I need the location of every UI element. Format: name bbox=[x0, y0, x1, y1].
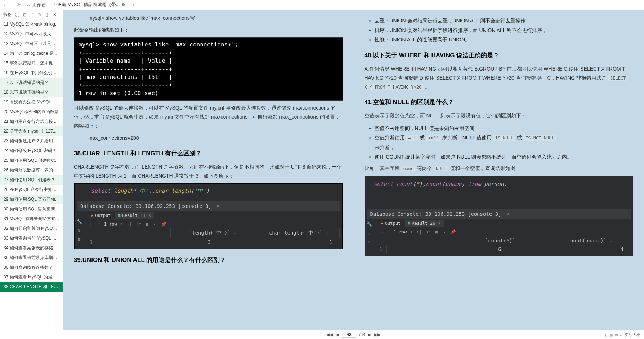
expand-icon[interactable]: ⛶ bbox=[15, 12, 19, 17]
grid-icon: ⊞ bbox=[118, 213, 121, 218]
db-console-2: select count(*),count(uname) from person… bbox=[365, 176, 634, 256]
close-icon[interactable]: ✕ bbox=[53, 12, 57, 17]
wrench-icon[interactable]: 🔧 bbox=[366, 221, 372, 227]
sidebar-toolbar: 书签 ⛶ ⊟ ⚐ ✎ 🗑 ✕ bbox=[0, 10, 63, 19]
sidebar-item[interactable]: 37.如何查看 MySQL 的最大... bbox=[0, 272, 63, 282]
page-input[interactable] bbox=[342, 332, 356, 338]
view-double-icon[interactable]: ▯▯ bbox=[609, 333, 613, 337]
close-console-icon[interactable]: × bbox=[506, 211, 509, 217]
code-isnull: IS NULL bbox=[493, 135, 516, 141]
sidebar-item[interactable]: 29.如何使用 SQL 查看已知... bbox=[0, 195, 63, 204]
stop-icon[interactable]: ■ bbox=[435, 229, 438, 235]
sidebar-item[interactable]: 28.在 MySQL 命令行中如何... bbox=[0, 185, 63, 195]
sidebar-item[interactable]: 11.MySQL 怎么知道 binlog... bbox=[0, 19, 63, 29]
bullet-list-41: 空值不占用空间，NULL 值是未知的占用空间； 空值判断使用 ='' 或 <>'… bbox=[365, 124, 634, 162]
close-console-icon[interactable]: × bbox=[216, 203, 219, 209]
page-first-icon[interactable]: ◀◀ bbox=[326, 332, 333, 337]
sidebar-item[interactable]: 27.如何使用 SQL 创建表？ bbox=[0, 175, 63, 185]
rows-count: 1 row bbox=[104, 222, 117, 227]
sidebar-item[interactable]: 30.如何使用 SQL 语句更新... bbox=[0, 204, 63, 214]
sidebar-item[interactable]: 16.在 MySQL 中用什么机制... bbox=[0, 68, 63, 78]
sidebar-item[interactable]: 26.如何修改数据库、表的编... bbox=[0, 165, 63, 175]
view-book-icon[interactable]: ▭ bbox=[614, 333, 618, 337]
flag-icon[interactable]: ⚐ bbox=[30, 12, 34, 17]
sidebar-item[interactable]: 31.MySQL 有哪些删除方式... bbox=[0, 214, 63, 224]
sidebar-item[interactable]: 19.有没有办法把 MySQL 的... bbox=[0, 97, 63, 107]
view-single-icon[interactable]: ▯ bbox=[605, 333, 607, 337]
next-icon[interactable]: › bbox=[410, 229, 413, 235]
sidebar-item[interactable]: 34.如何查看某张表的存储引... bbox=[0, 243, 63, 253]
tab-output[interactable]: ▸ Output bbox=[88, 212, 114, 219]
edit-icon[interactable]: ✎ bbox=[38, 12, 41, 17]
delete-icon[interactable]: 🗑 bbox=[45, 12, 49, 17]
bookmarks-label: 书签 bbox=[3, 12, 12, 18]
layout-icon[interactable]: ≡ bbox=[78, 237, 81, 242]
sidebar-item[interactable]: 38.CHAR_LENGTH 和 LEN... bbox=[0, 282, 63, 292]
tab-result-2[interactable]: ⊞ Result 26 × bbox=[405, 220, 444, 227]
pin-icon[interactable]: 📌 bbox=[451, 229, 456, 235]
stop-icon[interactable]: ■ bbox=[146, 222, 148, 227]
sidebar-item[interactable]: 20.MySQL命令和内置函数篇 bbox=[0, 107, 63, 117]
sidebar-item[interactable]: 17.以下说法错误的是？ bbox=[0, 78, 63, 88]
magic-icon[interactable]: ✦ bbox=[443, 229, 446, 235]
first-icon[interactable]: |‹ bbox=[89, 222, 94, 227]
sidebar-item[interactable]: 25.如何使用 SQL 创建数据... bbox=[0, 156, 63, 165]
sidebar-item[interactable]: 21.如何用命令行方式连接 ... bbox=[0, 117, 63, 126]
grid-header-2: `count(*)` ÷ `count(uname)` ÷ bbox=[376, 236, 631, 245]
reload-icon[interactable]: ⟳ bbox=[137, 222, 141, 227]
heading-38: 38.CHAR_LENGTH 和 LENGTH 有什么区别？ bbox=[74, 149, 343, 157]
reload-icon[interactable]: ⟳ bbox=[427, 229, 430, 235]
tab-document[interactable]: 168道 MySQL精品面试题（带... bbox=[50, 0, 128, 10]
prev-icon[interactable]: ‹ bbox=[388, 229, 390, 235]
back-icon[interactable]: ← bbox=[3, 2, 8, 8]
close-tab-icon[interactable]: × bbox=[438, 221, 440, 226]
wrench-icon[interactable]: 🔧 bbox=[76, 219, 82, 224]
page-last-icon[interactable]: ▶▶ bbox=[374, 332, 381, 337]
doc-title: 168道 MySQL精品面试题（带... bbox=[54, 1, 120, 8]
sidebar-item[interactable]: 36.如何查询线程连接数？ bbox=[0, 263, 63, 272]
sidebar-item[interactable]: 18.以下说法正确的是？ bbox=[0, 88, 63, 97]
tab-result[interactable]: ⊞ Result 11 × bbox=[115, 212, 154, 219]
pager-row-2: |‹ ‹ 1 row › ›| ⟳ ■ ✦ 📌 bbox=[376, 228, 631, 236]
clock-icon[interactable]: ⊙ bbox=[78, 228, 81, 233]
sidebar-item[interactable]: 22.关于命令 mysql -h 127... bbox=[0, 126, 63, 136]
pager-row: |‹ ‹ 1 row › ›| ⟳ ■ ✦ 📌 bbox=[86, 220, 340, 228]
heading-39: 39.UNION 和 UNION ALL 的用途是什么？有什么区别？ bbox=[74, 256, 343, 264]
sidebar-item[interactable]: 24.如何修改 MySQL 密码？ bbox=[0, 146, 63, 156]
page-prev-icon[interactable]: ◀ bbox=[336, 332, 339, 337]
sidebar-item[interactable]: 32.如何开启和关闭 MySQL... bbox=[0, 224, 63, 233]
next-icon[interactable]: › bbox=[121, 222, 123, 227]
last-icon[interactable]: ›| bbox=[127, 222, 132, 227]
refresh-icon[interactable]: ⟳ bbox=[17, 2, 21, 8]
view-scroll-icon[interactable]: ≡ bbox=[620, 333, 622, 337]
close-tab-icon[interactable]: × bbox=[148, 213, 151, 218]
sql-query-2: select count(*),count(uname) from person… bbox=[367, 178, 631, 209]
console-title: Database Console: 39.106.92.253 [console… bbox=[77, 201, 340, 211]
val-length: 3 bbox=[97, 238, 218, 246]
tab-output-2[interactable]: ▸ Output bbox=[378, 220, 404, 227]
first-icon[interactable]: |‹ bbox=[379, 229, 384, 235]
grid-row-2: 1 6 4 bbox=[376, 245, 631, 254]
sidebar-item[interactable]: 33.如何查询当前 MySQL 安... bbox=[0, 233, 63, 243]
sidebar-item[interactable]: 23.如何创建用户？并给用户... bbox=[0, 136, 63, 146]
magic-icon[interactable]: ✦ bbox=[153, 222, 156, 227]
tab-home[interactable]: ⌂ 工作台 bbox=[23, 0, 50, 10]
prev-icon[interactable]: ‹ bbox=[98, 222, 100, 227]
last-icon[interactable]: ›| bbox=[417, 229, 422, 235]
layout-icon[interactable]: ≡ bbox=[368, 239, 371, 245]
sidebar-item[interactable]: 14.为什么 binlog cache 是... bbox=[0, 49, 63, 58]
pin-icon[interactable]: 📌 bbox=[161, 222, 166, 227]
sidebar-item[interactable]: 35.如何查看当前数据库增删... bbox=[0, 253, 63, 263]
zoom-label[interactable]: 实际大小 bbox=[625, 332, 640, 338]
page-next-icon[interactable]: ▶ bbox=[368, 332, 371, 337]
collapse-icon[interactable]: ⊟ bbox=[23, 12, 27, 17]
page-total: /64 bbox=[359, 332, 365, 337]
console-host: 39.106.92.253 [console_3] bbox=[135, 203, 211, 209]
sidebar-item[interactable]: 13.MySQL 中可不可以只要 ... bbox=[0, 39, 63, 49]
sidebar-item[interactable]: 15.事务执行期间，还未提交... bbox=[0, 58, 63, 68]
forward-icon[interactable]: → bbox=[10, 2, 14, 8]
heading-40: 40.以下关于 WHERE 和 HAVING 说法正确的是？ bbox=[365, 51, 634, 59]
clock-icon[interactable]: ⊙ bbox=[368, 230, 371, 236]
tab-add[interactable]: + bbox=[128, 2, 138, 8]
sidebar-item[interactable]: 12.MySQL 中可不可以只要 ... bbox=[0, 29, 63, 39]
